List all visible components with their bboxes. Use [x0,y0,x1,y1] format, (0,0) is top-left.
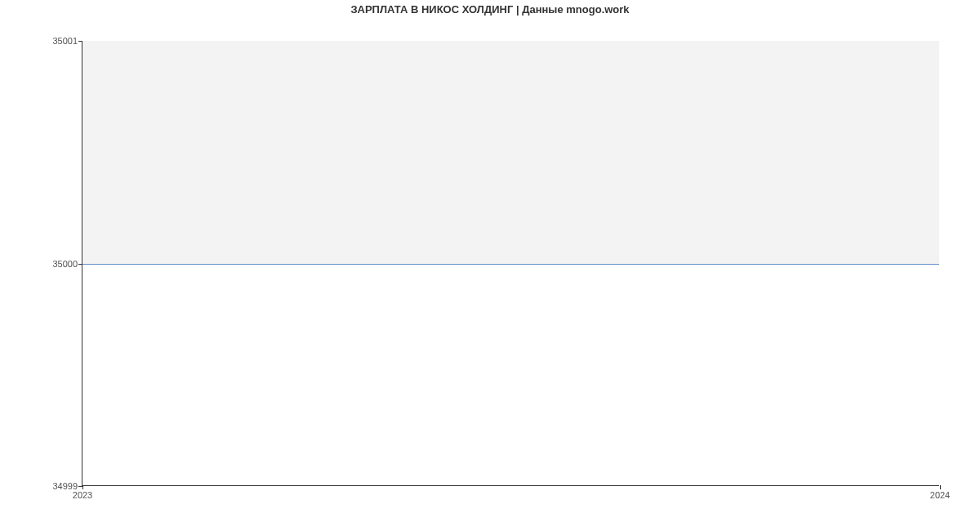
plot-area: 35001 35000 34999 2023 2024 [82,41,939,486]
plot-band-upper [82,41,939,264]
x-tick-mark [82,485,83,489]
y-tick-mark [78,41,82,42]
chart-title: ЗАРПЛАТА В НИКОС ХОЛДИНГ | Данные mnogo.… [0,3,980,16]
y-tick-mark [78,264,82,265]
x-tick-label: 2024 [930,490,950,500]
data-line [82,264,939,265]
x-tick-label: 2023 [73,490,92,500]
y-tick-label: 35001 [52,36,78,46]
x-tick-mark [940,485,941,489]
y-tick-label: 35000 [52,259,78,269]
